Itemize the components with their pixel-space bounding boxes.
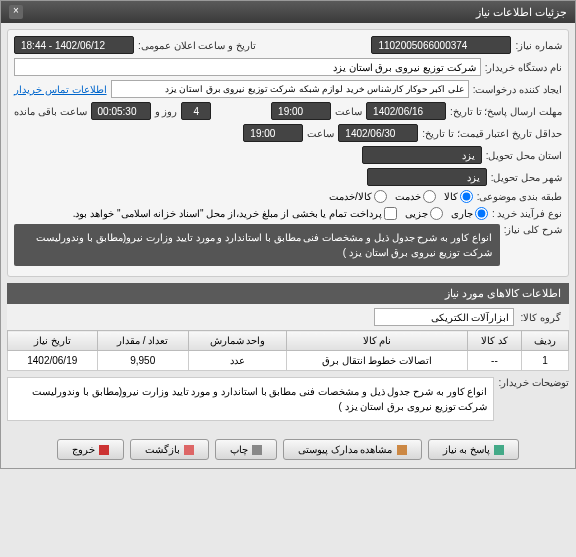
remain-label: ساعت باقی مانده: [14, 106, 87, 117]
group-row: گروه کالا: ابزارآلات الکتریکی: [7, 304, 569, 330]
creator-field: علی اکبر حوکار کارشناس خرید لوازم شبکه ش…: [111, 80, 469, 98]
col-date: تاریخ نیاز: [8, 331, 98, 351]
reply-time-field: 19:00: [271, 102, 331, 120]
org-field: شرکت توزیع نیروی برق استان یزد: [14, 58, 481, 76]
time-label-1: ساعت: [335, 106, 362, 117]
attachments-button[interactable]: مشاهده مدارک پیوستی: [283, 439, 422, 460]
city-label: شهر محل تحویل:: [491, 172, 562, 183]
items-section-title: اطلاعات کالاهای مورد نیاز: [7, 283, 569, 304]
cell-date: 1402/06/19: [8, 351, 98, 371]
valid-date-field: 1402/06/30: [338, 124, 418, 142]
reply-icon: [494, 445, 504, 455]
col-row: ردیف: [522, 331, 569, 351]
back-icon: [184, 445, 194, 455]
group-label: گروه کالا:: [520, 312, 561, 323]
cell-unit: عدد: [188, 351, 286, 371]
items-table: ردیف کد کالا نام کالا واحد شمارش تعداد /…: [7, 330, 569, 371]
ann-datetime-label: تاریخ و ساعت اعلان عمومی:: [138, 40, 256, 51]
time-label-2: ساعت: [307, 128, 334, 139]
table-header-row: ردیف کد کالا نام کالا واحد شمارش تعداد /…: [8, 331, 569, 351]
category-group: کالا خدمت کالا/خدمت: [329, 190, 473, 203]
process-label: نوع فرآیند خرید :: [492, 208, 562, 219]
need-no-field: 1102005066000374: [371, 36, 511, 54]
cell-qty: 9,950: [97, 351, 188, 371]
main-window: جزئیات اطلاعات نیاز × شماره نیاز: 110200…: [0, 0, 576, 469]
reply-deadline-label: مهلت ارسال پاسخ؛ تا تاریخ:: [450, 106, 562, 117]
col-name: نام کالا: [287, 331, 468, 351]
col-unit: واحد شمارش: [188, 331, 286, 351]
print-icon: [252, 445, 262, 455]
col-qty: تعداد / مقدار: [97, 331, 188, 351]
note-field: انواع کاور به شرح جدول ذیل و مشخصات فنی …: [7, 377, 494, 421]
desc-label: شرح کلی نیاز:: [504, 224, 562, 235]
city-field: یزد: [367, 168, 487, 186]
group-field: ابزارآلات الکتریکی: [374, 308, 514, 326]
need-no-label: شماره نیاز:: [515, 40, 562, 51]
close-icon[interactable]: ×: [9, 5, 23, 19]
process-group: جاری جزیی پرداخت تمام یا بخشی از مبلغ خر…: [73, 207, 488, 220]
attachment-icon: [397, 445, 407, 455]
contact-link[interactable]: اطلاعات تماس خریدار: [14, 84, 107, 95]
table-row[interactable]: 1 -- اتصالات خطوط انتقال برق عدد 9,950 1…: [8, 351, 569, 371]
reply-button[interactable]: پاسخ به نیاز: [428, 439, 520, 460]
cell-row: 1: [522, 351, 569, 371]
remain-time-field: 00:05:30: [91, 102, 151, 120]
content-area: شماره نیاز: 1102005066000374 تاریخ و ساع…: [1, 23, 575, 431]
day-and-label: روز و: [155, 106, 178, 117]
reply-date-field: 1402/06/16: [366, 102, 446, 120]
window-title: جزئیات اطلاعات نیاز: [476, 6, 567, 19]
desc-field: انواع کاور به شرح جدول ذیل و مشخصات فنی …: [14, 224, 500, 266]
days-field: 4: [181, 102, 211, 120]
exit-icon: [99, 445, 109, 455]
proc-note-check[interactable]: پرداخت تمام یا بخشی از مبلغ خرید،از محل …: [73, 207, 397, 220]
province-label: استان محل تحویل:: [486, 150, 562, 161]
form-panel: شماره نیاز: 1102005066000374 تاریخ و ساع…: [7, 29, 569, 277]
title-bar: جزئیات اطلاعات نیاز ×: [1, 1, 575, 23]
creator-label: ایجاد کننده درخواست:: [473, 84, 562, 95]
button-bar: پاسخ به نیاز مشاهده مدارک پیوستی چاپ باز…: [1, 431, 575, 468]
cell-name: اتصالات خطوط انتقال برق: [287, 351, 468, 371]
print-button[interactable]: چاپ: [215, 439, 277, 460]
cat-goods-service-radio[interactable]: کالا/خدمت: [329, 190, 387, 203]
proc-current-radio[interactable]: جاری: [451, 207, 488, 220]
valid-time-field: 19:00: [243, 124, 303, 142]
cat-goods-radio[interactable]: کالا: [444, 190, 473, 203]
ann-datetime-field: 1402/06/12 - 18:44: [14, 36, 134, 54]
province-field: یزد: [362, 146, 482, 164]
cell-code: --: [467, 351, 521, 371]
back-button[interactable]: بازگشت: [130, 439, 209, 460]
cat-service-radio[interactable]: خدمت: [395, 190, 436, 203]
note-label: توضیحات خریدار:: [498, 377, 569, 388]
org-label: نام دستگاه خریدار:: [485, 62, 562, 73]
col-code: کد کالا: [467, 331, 521, 351]
exit-button[interactable]: خروج: [57, 439, 124, 460]
category-label: طبقه بندی موضوعی:: [477, 191, 562, 202]
proc-partial-radio[interactable]: جزیی: [405, 207, 443, 220]
valid-label: حداقل تاریخ اعتبار قیمت؛ تا تاریخ:: [422, 128, 562, 139]
